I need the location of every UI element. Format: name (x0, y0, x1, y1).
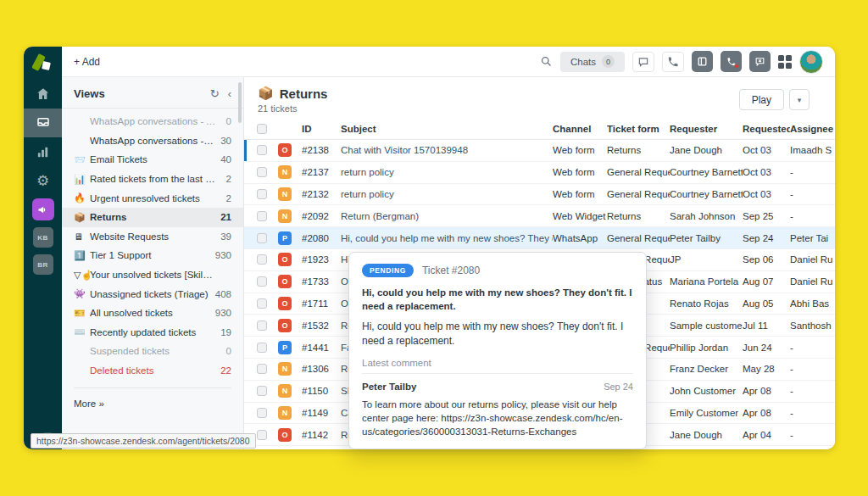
column-header-channel[interactable]: Channel (553, 124, 607, 134)
view-item[interactable]: 🎫All unsolved tickets930 (62, 304, 243, 323)
view-item[interactable]: ⌨️Recently updated tickets19 (62, 323, 243, 343)
play-dropdown-button[interactable]: ▾ (789, 89, 810, 110)
chats-count-badge: 0 (602, 55, 615, 68)
ticket-status-badge: P (278, 231, 302, 245)
view-item[interactable]: 📊Rated tickets from the last 7 d…2 (62, 170, 243, 189)
view-item-count: 19 (220, 327, 231, 337)
view-item-label: Recently updated tickets (90, 327, 214, 337)
view-item[interactable]: 🔥Urgent unresolved tickets2 (62, 188, 243, 208)
view-item-label: Deleted tickets (90, 365, 214, 376)
table-row[interactable]: P#2080Hi, could you help me with my new … (244, 227, 835, 249)
ticket-requested-date: Oct 03 (743, 189, 790, 199)
search-icon[interactable] (540, 55, 553, 68)
ticket-id: #2137 (302, 167, 341, 177)
view-item[interactable]: ▽☝Your unsolved tickets [Skil… (62, 265, 243, 285)
status-letter: P (278, 231, 292, 245)
ticket-subject[interactable]: Return (Bergman) (341, 211, 553, 221)
view-item[interactable]: 1️⃣Tier 1 Support930 (62, 246, 243, 265)
select-all-checkbox[interactable] (257, 124, 267, 134)
table-row[interactable]: N#2132return policyWeb formGeneral Reque… (244, 184, 835, 206)
view-item[interactable]: 📨Email Tickets40 (62, 150, 243, 170)
row-checkbox[interactable] (257, 430, 267, 440)
ticket-status-badge: N (278, 209, 302, 223)
row-checkbox[interactable] (257, 386, 267, 396)
tickets-icon (36, 115, 51, 131)
view-item-icon: 👾 (74, 288, 90, 299)
kb-badge: KB (37, 234, 48, 242)
table-row[interactable]: N#2137return policyWeb formGeneral Reque… (244, 162, 835, 184)
ticket-id: #1711 (302, 298, 341, 309)
row-checkbox[interactable] (257, 189, 267, 199)
table-row[interactable]: N#2092Return (Bergman)Web WidgetReturnsS… (244, 205, 835, 227)
row-checkbox[interactable] (257, 145, 267, 155)
chat-unavailable-button[interactable] (749, 51, 771, 72)
ticket-form: Returns (607, 211, 670, 221)
user-avatar[interactable] (799, 50, 823, 74)
ticket-requested-date: Aug 05 (743, 298, 790, 309)
view-item[interactable]: Suspended tickets0 (62, 342, 243, 361)
ticket-id: #1150 (302, 386, 341, 396)
ticket-requester: Phillip Jordan (670, 343, 743, 353)
view-item[interactable]: 🖥Website Requests39 (62, 227, 243, 247)
row-checkbox[interactable] (257, 320, 267, 331)
announcements-app-button[interactable] (32, 198, 54, 220)
table-header-row: IDSubjectChannelTicket formRequesterRequ… (244, 119, 835, 140)
column-header-requester[interactable]: Requester (670, 124, 743, 134)
ticket-form: General Request (607, 233, 670, 243)
conversations-toggle-button[interactable] (632, 52, 654, 72)
ticket-status-badge: O (278, 275, 302, 288)
refresh-views-icon[interactable]: ↻ (210, 87, 220, 100)
view-item[interactable]: Deleted tickets22 (62, 361, 243, 381)
ticket-subject[interactable]: return policy (341, 167, 553, 177)
view-item[interactable]: 👾Unassigned tickets (Triage)408 (62, 284, 243, 304)
kb-app-button[interactable]: KB (33, 227, 53, 248)
row-checkbox[interactable] (257, 364, 267, 374)
row-checkbox[interactable] (257, 343, 267, 353)
call-toggle-button[interactable] (662, 52, 684, 72)
row-checkbox[interactable] (257, 408, 267, 418)
collapse-panel-icon[interactable]: ‹ (228, 87, 231, 100)
row-checkbox[interactable] (257, 298, 267, 309)
apps-panel-button[interactable] (692, 51, 713, 72)
column-header-ticket-form[interactable]: Ticket form (607, 124, 670, 134)
row-checkbox[interactable] (257, 254, 267, 265)
ticket-assignee: - (790, 167, 835, 177)
ticket-requester: Courtney Barnett (670, 167, 743, 177)
chats-button[interactable]: Chats 0 (560, 52, 625, 72)
ticket-requester: John Customer (670, 386, 743, 396)
more-views-link[interactable]: More » (62, 388, 243, 419)
view-item[interactable]: WhatsApp conversations - Unass…30 (62, 131, 243, 151)
ticket-requester: Sarah Johnson (670, 211, 743, 221)
column-header-subject[interactable]: Subject (341, 124, 553, 134)
view-item[interactable]: WhatsApp conversations - Assig…0 (62, 112, 243, 131)
talk-status-button[interactable] (721, 51, 742, 72)
view-item[interactable]: 📦Returns21 (62, 208, 243, 227)
views-scrollbar[interactable] (238, 82, 242, 123)
br-app-button[interactable]: BR (33, 254, 53, 275)
ticket-channel: Web form (553, 145, 607, 155)
row-checkbox[interactable] (257, 276, 267, 287)
status-letter: N (278, 165, 292, 179)
row-checkbox[interactable] (257, 167, 267, 177)
column-header-assignee[interactable]: Assignee (790, 124, 835, 134)
view-item-label: Urgent unresolved tickets (90, 193, 220, 203)
table-row[interactable]: O#2138Chat with Visitor 1570139948Web fo… (244, 140, 835, 162)
tickets-nav-button[interactable] (24, 109, 62, 137)
popup-description: Hi, could you help me with my new shoes?… (362, 320, 633, 348)
ticket-id: #1149 (302, 408, 341, 418)
app-grid-icon[interactable] (778, 55, 792, 69)
ticket-subject[interactable]: return policy (341, 189, 553, 199)
reporting-nav-button[interactable] (24, 137, 62, 166)
column-header-id[interactable]: ID (302, 124, 341, 134)
row-checkbox[interactable] (257, 211, 267, 221)
home-nav-button[interactable] (24, 80, 62, 109)
ticket-subject[interactable]: Chat with Visitor 1570139948 (341, 145, 553, 155)
column-header-requested[interactable]: Requested▾ (743, 124, 790, 134)
ticket-id: #1142 (302, 430, 341, 440)
admin-nav-button[interactable]: ⚙ (24, 166, 62, 195)
play-button[interactable]: Play (739, 89, 784, 110)
add-tab-button[interactable]: + Add (74, 56, 100, 68)
ticket-id: #2092 (302, 211, 341, 221)
row-checkbox[interactable] (257, 233, 267, 243)
ticket-subject[interactable]: Hi, could you help me with my new shoes?… (341, 233, 553, 243)
